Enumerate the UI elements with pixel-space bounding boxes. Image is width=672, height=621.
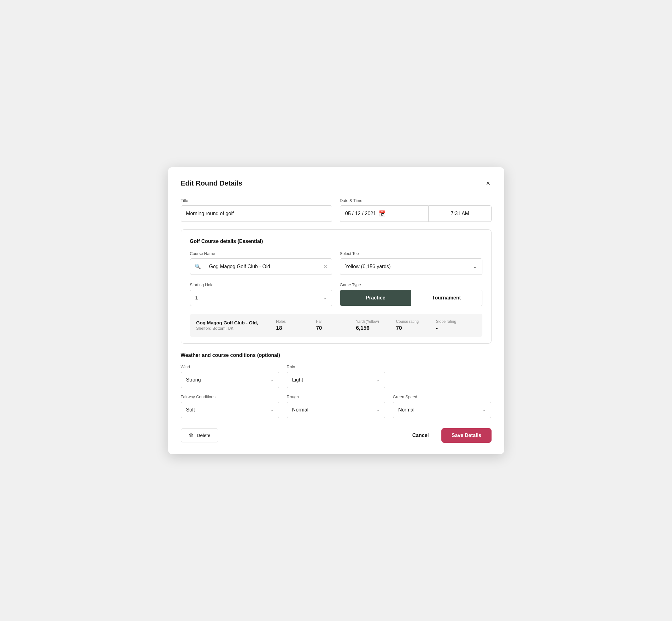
- yards-label: Yards(Yellow): [356, 319, 379, 324]
- rain-value: Light: [292, 377, 303, 383]
- time-value: 7:31 AM: [451, 211, 469, 216]
- course-stat-holes: Holes 18: [276, 319, 316, 331]
- wind-rain-row: Wind Strong ⌄ Rain Light ⌄: [181, 365, 492, 388]
- fairway-value: Soft: [186, 407, 195, 413]
- date-value: 05 / 12 / 2021: [345, 211, 376, 216]
- chevron-down-icon: ⌄: [270, 377, 274, 382]
- game-type-toggle: Practice Tournament: [340, 290, 482, 306]
- course-tee-row: Course Name 🔍 ✕ Select Tee Yellow (6,156…: [190, 251, 482, 275]
- course-rating-label: Course rating: [396, 319, 419, 324]
- fairway-label: Fairway Conditions: [181, 395, 279, 399]
- title-label: Title: [181, 198, 333, 203]
- weather-section-title: Weather and course conditions (optional): [181, 353, 492, 358]
- slope-rating-value: -: [436, 325, 438, 331]
- footer-row: 🗑 Delete Cancel Save Details: [181, 424, 492, 443]
- practice-button[interactable]: Practice: [340, 290, 411, 306]
- game-type-group: Game Type Practice Tournament: [340, 282, 482, 306]
- course-stat-yards: Yards(Yellow) 6,156: [356, 319, 396, 331]
- green-speed-value: Normal: [398, 407, 415, 413]
- rain-label: Rain: [287, 365, 385, 369]
- wind-dropdown[interactable]: Strong ⌄: [181, 372, 279, 388]
- wind-value: Strong: [186, 377, 201, 383]
- select-tee-label: Select Tee: [340, 251, 482, 256]
- datetime-label: Date & Time: [340, 198, 492, 203]
- course-name-group: Course Name 🔍 ✕: [190, 251, 333, 275]
- select-tee-group: Select Tee Yellow (6,156 yards) ⌄: [340, 251, 482, 275]
- select-tee-value: Yellow (6,156 yards): [345, 264, 390, 270]
- green-speed-dropdown[interactable]: Normal ⌄: [393, 402, 491, 418]
- fairway-rough-green-row: Fairway Conditions Soft ⌄ Rough Normal ⌄…: [181, 395, 492, 418]
- wind-label: Wind: [181, 365, 279, 369]
- chevron-down-icon: ⌄: [376, 377, 380, 382]
- course-name-label: Course Name: [190, 251, 333, 256]
- starting-hole-dropdown[interactable]: 1 ⌄: [190, 290, 333, 306]
- starting-hole-group: Starting Hole 1 ⌄: [190, 282, 333, 306]
- par-value: 70: [316, 325, 322, 331]
- holes-label: Holes: [276, 319, 286, 324]
- game-type-label: Game Type: [340, 282, 482, 287]
- trash-icon: 🗑: [189, 432, 194, 438]
- rough-value: Normal: [292, 407, 308, 413]
- weather-section: Weather and course conditions (optional)…: [181, 353, 492, 418]
- save-button[interactable]: Save Details: [442, 428, 491, 443]
- time-field[interactable]: 7:31 AM: [428, 205, 491, 222]
- course-info-row: Gog Magog Golf Club - Old, Shelford Bott…: [190, 314, 482, 337]
- starting-hole-value: 1: [195, 295, 198, 301]
- delete-label: Delete: [197, 432, 210, 438]
- rough-dropdown[interactable]: Normal ⌄: [287, 402, 385, 418]
- golf-course-section: Golf Course details (Essential) Course N…: [181, 230, 492, 344]
- course-stat-slope-rating: Slope rating -: [436, 319, 476, 331]
- cancel-button[interactable]: Cancel: [407, 429, 434, 442]
- course-stat-course-rating: Course rating 70: [396, 319, 436, 331]
- datetime-row: 05 / 12 / 2021 📅 7:31 AM: [340, 205, 492, 222]
- edit-round-modal: Edit Round Details × Title Date & Time 0…: [168, 167, 504, 454]
- modal-title: Edit Round Details: [181, 179, 243, 188]
- par-label: Par: [316, 319, 322, 324]
- course-info-location: Shelford Bottom, UK: [196, 326, 276, 331]
- select-tee-dropdown[interactable]: Yellow (6,156 yards) ⌄: [340, 258, 482, 275]
- rough-group: Rough Normal ⌄: [287, 395, 385, 418]
- modal-header: Edit Round Details ×: [181, 178, 492, 188]
- footer-right: Cancel Save Details: [407, 428, 492, 443]
- chevron-down-icon: ⌄: [270, 407, 274, 412]
- slope-rating-label: Slope rating: [436, 319, 456, 324]
- calendar-icon: 📅: [379, 210, 385, 217]
- rain-group: Rain Light ⌄: [287, 365, 385, 388]
- chevron-down-icon: ⌄: [323, 295, 327, 300]
- rain-dropdown[interactable]: Light ⌄: [287, 372, 385, 388]
- chevron-down-icon: ⌄: [473, 264, 477, 269]
- green-speed-label: Green Speed: [393, 395, 491, 399]
- chevron-down-icon: ⌄: [482, 407, 486, 412]
- green-speed-group: Green Speed Normal ⌄: [393, 395, 491, 418]
- datetime-group: Date & Time 05 / 12 / 2021 📅 7:31 AM: [340, 198, 492, 222]
- date-field[interactable]: 05 / 12 / 2021 📅: [340, 205, 428, 222]
- holes-value: 18: [276, 325, 282, 331]
- fairway-dropdown[interactable]: Soft ⌄: [181, 402, 279, 418]
- clear-icon[interactable]: ✕: [323, 263, 328, 270]
- course-info-name: Gog Magog Golf Club - Old, Shelford Bott…: [196, 320, 276, 331]
- course-stat-par: Par 70: [316, 319, 356, 331]
- yards-value: 6,156: [356, 325, 370, 331]
- title-input[interactable]: [181, 205, 333, 222]
- course-info-name-text: Gog Magog Golf Club - Old,: [196, 320, 276, 325]
- chevron-down-icon: ⌄: [376, 407, 380, 412]
- golf-course-title: Golf Course details (Essential): [190, 239, 482, 244]
- close-button[interactable]: ×: [485, 178, 492, 188]
- delete-button[interactable]: 🗑 Delete: [181, 428, 218, 443]
- wind-group: Wind Strong ⌄: [181, 365, 279, 388]
- title-group: Title: [181, 198, 333, 222]
- search-icon: 🔍: [195, 263, 201, 270]
- course-name-field[interactable]: 🔍 ✕: [190, 258, 333, 275]
- fairway-group: Fairway Conditions Soft ⌄: [181, 395, 279, 418]
- starting-hole-label: Starting Hole: [190, 282, 333, 287]
- course-name-input[interactable]: [204, 259, 321, 275]
- tournament-button[interactable]: Tournament: [411, 290, 482, 306]
- rough-label: Rough: [287, 395, 385, 399]
- course-rating-value: 70: [396, 325, 402, 331]
- title-datetime-row: Title Date & Time 05 / 12 / 2021 📅 7:31 …: [181, 198, 492, 222]
- hole-gametype-row: Starting Hole 1 ⌄ Game Type Practice Tou…: [190, 282, 482, 306]
